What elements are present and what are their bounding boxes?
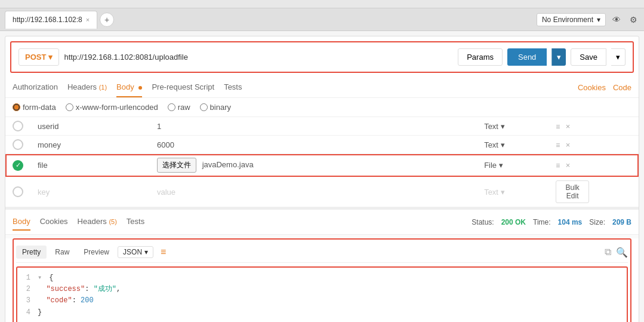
vtab-raw[interactable]: Raw [49,246,75,259]
env-selector[interactable]: No Environment ▾ [537,13,606,26]
resp-tab-body[interactable]: Body [13,213,30,231]
bulk-edit-button[interactable]: Bulk Edit [556,180,589,203]
resp-tab-cookies[interactable]: Cookies [40,213,68,231]
response-tabs-bar: Body Cookies Headers (5) Tests Status: 2… [5,210,639,235]
tab-authorization[interactable]: Authorization [13,78,58,97]
tab-body[interactable]: Body [116,78,142,97]
method-selector[interactable]: POST ▾ [19,48,59,66]
table-row: money 6000 Text ▾ ≡ × [5,136,639,154]
env-label: No Environment [542,16,593,24]
response-size: 209 B [612,218,631,226]
code-link[interactable]: Code [613,83,631,92]
field-menu-icon[interactable]: ≡ [556,141,560,149]
format-dropdown-icon: ▾ [144,248,148,256]
status-bar: Status: 200 OK Time: 104 ms Size: 209 B [472,218,631,226]
method-dropdown-icon: ▾ [48,53,53,62]
code-block: 1 ▾ { 2 "success": "成功", 3 "code": 200 4 [16,266,628,322]
radio-form-data[interactable]: form-data [13,103,56,112]
code-line-4: 4 } [20,307,624,318]
eye-icon[interactable]: 👁 [611,14,623,26]
status-code: 200 OK [501,218,526,226]
resp-tab-tests[interactable]: Tests [127,213,144,231]
save-button[interactable]: Save [571,48,606,66]
field-checkbox-file[interactable]: ✓ [13,160,23,171]
body-type-selector: form-data x-www-form-urlencoded raw bina… [5,98,639,117]
request-bar: POST ▾ Params Send ▾ Save ▾ [10,41,634,73]
field-type-userid: Text ▾ [477,117,549,136]
field-delete-icon[interactable]: × [566,140,571,149]
size-label: Size: [589,218,605,226]
tab-close-icon[interactable]: × [86,16,90,23]
response-time: 104 ms [558,218,583,226]
field-value-file: 选择文件 javaDemo.java [150,154,477,177]
viewer-outer-box: Pretty Raw Preview JSON ▾ ≡ ⧉ [13,238,631,322]
table-row: userid 1 Text ▾ ≡ × [5,117,639,136]
tab-right: No Environment ▾ 👁 ⚙ [537,13,639,26]
env-dropdown-icon: ▾ [597,16,600,24]
tab-tests[interactable]: Tests [224,78,242,97]
time-label: Time: [533,218,551,226]
cookies-link[interactable]: Cookies [578,83,606,92]
send-button[interactable]: Send [507,48,547,66]
radio-binary[interactable]: binary [200,103,231,112]
tab-item[interactable]: http://192.168.1.102:8 × [5,11,97,29]
response-viewer: Pretty Raw Preview JSON ▾ ≡ ⧉ [5,238,639,322]
status-label: Status: [472,218,494,226]
viewer-tabs-bar: Pretty Raw Preview JSON ▾ ≡ ⧉ [16,242,628,263]
url-input[interactable] [64,53,453,62]
field-menu-icon[interactable]: ≡ [556,161,560,170]
tab-add-button[interactable]: + [100,13,114,27]
expand-icon[interactable]: ▾ [38,272,42,284]
copy-icon[interactable]: ⧉ [605,247,611,258]
field-menu-icon[interactable]: ≡ [556,122,560,131]
new-field-value[interactable]: value [150,177,477,207]
field-key-userid: userid [30,117,150,136]
fields-table: userid 1 Text ▾ ≡ × [5,117,639,207]
field-checkbox-userid[interactable] [13,121,23,131]
field-key-money: money [30,136,150,154]
tab-prerequest[interactable]: Pre-request Script [152,78,214,97]
gear-icon[interactable]: ⚙ [627,14,639,26]
format-selector[interactable]: JSON ▾ [118,246,153,258]
vtab-pretty[interactable]: Pretty [16,246,47,259]
tab-label: http://192.168.1.102:8 [13,16,82,24]
body-dot [138,86,142,90]
field-delete-icon[interactable]: × [566,122,571,131]
field-checkbox-money[interactable] [13,139,23,150]
main-panel: POST ▾ Params Send ▾ Save ▾ Authorizatio… [5,36,639,322]
choose-file-button[interactable]: 选择文件 [157,158,196,173]
type-dropdown-icon: ▾ [501,122,505,131]
field-type-file: File ▾ [477,154,549,177]
new-field-key[interactable]: key [30,177,150,207]
field-value-userid: 1 [150,117,477,136]
resp-tab-headers[interactable]: Headers (5) [78,213,117,231]
table-row-new: key value Text ▾ Bulk Edit [5,177,639,207]
save-dropdown-button[interactable]: ▾ [611,48,625,66]
align-icon[interactable]: ≡ [161,247,166,257]
method-label: POST [25,53,46,62]
send-dropdown-button[interactable]: ▾ [551,48,566,66]
tab-bar: http://192.168.1.102:8 × + No Environmen… [0,8,644,31]
radio-raw[interactable]: raw [168,103,190,112]
type-dropdown-icon: ▾ [501,140,505,149]
request-tabs: Authorization Headers (1) Body Pre-reque… [5,78,639,98]
params-button[interactable]: Params [458,48,503,66]
field-delete-icon[interactable]: × [566,161,571,170]
field-value-money: 6000 [150,136,477,154]
code-line-1: 1 ▾ { [20,272,624,284]
tab-headers[interactable]: Headers (1) [67,78,107,97]
top-bar [0,0,644,8]
code-line-2: 2 "success": "成功", [20,284,624,295]
vtab-preview[interactable]: Preview [78,246,115,259]
response-section: Body Cookies Headers (5) Tests Status: 2… [5,207,639,322]
field-key-file: file [30,154,150,177]
radio-urlencoded[interactable]: x-www-form-urlencoded [66,103,158,112]
new-field-checkbox[interactable] [13,186,23,197]
type-dropdown-icon: ▾ [499,161,503,170]
req-tab-links: Cookies Code [578,83,631,92]
field-type-money: Text ▾ [477,136,549,154]
code-line-3: 3 "code": 200 [20,295,624,306]
search-icon[interactable]: 🔍 [616,247,628,258]
table-row-file: ✓ file 选择文件 javaDemo.java File ▾ ≡ [5,154,639,177]
